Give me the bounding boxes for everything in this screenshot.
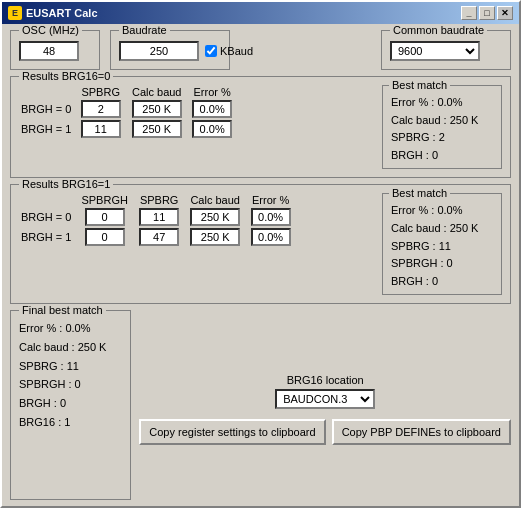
brgh0-calc-1-input[interactable] [132,120,182,138]
brgh0-error-0-input[interactable] [192,100,232,118]
table-row: BRGH = 0 [19,207,295,227]
brgh1-row1-label: BRGH = 1 [19,227,75,247]
brgh1-error-0-input[interactable] [251,208,291,226]
results-brg16-1-label: Results BRG16=1 [19,178,113,190]
bm0-spbrg: SPBRG : 2 [391,129,493,147]
best-match-brg16-0: Best match Error % : 0.0% Calc baud : 25… [382,85,502,169]
final-error: Error % : 0.0% [19,319,122,338]
brgh0-row1-label: BRGH = 1 [19,119,75,139]
final-calc-baud: Calc baud : 250 K [19,338,122,357]
brgh0-row0-calc [126,99,188,119]
brgh0-row0-label: BRGH = 0 [19,99,75,119]
window-title: EUSART Calc [26,7,98,19]
best-match-brg16-0-label: Best match [389,79,450,91]
th-spbrg-1: SPBRG [134,193,185,207]
bm1-spbrg: SPBRG : 11 [391,238,493,256]
best-match-brg16-1-label: Best match [389,187,450,199]
th-error-0: Error % [188,85,237,99]
brgh1-row0-calc [184,207,246,227]
brgh0-row1-error [188,119,237,139]
final-best-match-label: Final best match [19,304,106,316]
bottom-right-area: BRG16 location BAUDCON.3 BAUDCTL.3 BAUD1… [139,310,511,500]
bm1-brgh: BRGH : 0 [391,273,493,291]
table-row: BRGH = 1 [19,227,295,247]
th-spbrg-0: SPBRG [75,85,126,99]
baudrate-input[interactable] [119,41,199,61]
brgh1-row0-label: BRGH = 0 [19,207,75,227]
th-empty-0 [19,85,75,99]
bm1-calc-baud: Calc baud : 250 K [391,220,493,238]
results-brg16-1-table-area: SPBRGH SPBRG Calc baud Error % BRGH = 0 [19,193,374,247]
brgh0-spbrg-0-input[interactable] [81,100,121,118]
brgh1-spbrgh-0-input[interactable] [85,208,125,226]
bm1-spbrgh: SPBRGH : 0 [391,255,493,273]
brgh0-spbrg-1-input[interactable] [81,120,121,138]
brg16-location-group: BRG16 location BAUDCON.3 BAUDCTL.3 BAUD1… [139,374,511,409]
brgh0-row1-calc [126,119,188,139]
brgh0-row0-error [188,99,237,119]
final-brgh: BRGH : 0 [19,394,122,413]
bm0-brgh: BRGH : 0 [391,147,493,165]
copy-register-button[interactable]: Copy register settings to clipboard [139,419,325,445]
top-row: OSC (MHz) Baudrate KBaud Common baudrate… [10,30,511,70]
brgh1-row1-spbrg [134,227,185,247]
results-brg16-1-inner: SPBRGH SPBRG Calc baud Error % BRGH = 0 [19,193,502,295]
kbaud-checkbox[interactable] [205,45,217,57]
final-brg16: BRG16 : 1 [19,413,122,432]
brgh1-row0-error [246,207,295,227]
results-brg16-0-table-area: SPBRG Calc baud Error % BRGH = 0 [19,85,374,139]
brgh1-spbrgh-1-input[interactable] [85,228,125,246]
brgh1-row0-spbrgh [75,207,133,227]
title-buttons: _ □ ✕ [461,6,513,20]
th-spbrgh-1: SPBRGH [75,193,133,207]
brgh1-error-1-input[interactable] [251,228,291,246]
copy-pbp-button[interactable]: Copy PBP DEFINEs to clipboard [332,419,511,445]
table-row: BRGH = 0 [19,99,237,119]
results-brg16-0-table: SPBRG Calc baud Error % BRGH = 0 [19,85,237,139]
th-calc-baud-0: Calc baud [126,85,188,99]
bm1-error: Error % : 0.0% [391,202,493,220]
brgh0-row0-spbrg [75,99,126,119]
bm0-calc-baud: Calc baud : 250 K [391,112,493,130]
bottom-section: Final best match Error % : 0.0% Calc bau… [10,310,511,500]
brg16-location-label: BRG16 location [287,374,364,386]
brgh1-spbrg-0-input[interactable] [139,208,179,226]
brgh1-row0-spbrg [134,207,185,227]
brgh0-row1-spbrg [75,119,126,139]
osc-input[interactable] [19,41,79,61]
common-baudrate-group: Common baudrate 9600 1200 2400 4800 1920… [381,30,511,70]
brgh0-calc-0-input[interactable] [132,100,182,118]
kbaud-checkbox-group: KBaud [205,45,253,57]
minimize-button[interactable]: _ [461,6,477,20]
brgh1-row1-calc [184,227,246,247]
table-row: BRGH = 1 [19,119,237,139]
brgh1-calc-0-input[interactable] [190,208,240,226]
app-icon: E [8,6,22,20]
osc-group-label: OSC (MHz) [19,24,82,36]
final-best-match-section: Final best match Error % : 0.0% Calc bau… [10,310,131,500]
final-best-match-content: Error % : 0.0% Calc baud : 250 K SPBRG :… [19,319,122,431]
title-bar-left: E EUSART Calc [8,6,98,20]
best-match-brg16-1-content: Error % : 0.0% Calc baud : 250 K SPBRG :… [391,202,493,290]
best-match-brg16-1: Best match Error % : 0.0% Calc baud : 25… [382,193,502,295]
brgh1-spbrg-1-input[interactable] [139,228,179,246]
final-spbrgh: SPBRGH : 0 [19,375,122,394]
best-match-brg16-0-content: Error % : 0.0% Calc baud : 250 K SPBRG :… [391,94,493,164]
baudrate-group-label: Baudrate [119,24,170,36]
brgh1-calc-1-input[interactable] [190,228,240,246]
main-window: E EUSART Calc _ □ ✕ OSC (MHz) Baudrate K… [0,0,521,508]
results-brg16-1-section: Results BRG16=1 SPBRGH SPBRG Calc baud E… [10,184,511,304]
th-empty-1 [19,193,75,207]
main-content: OSC (MHz) Baudrate KBaud Common baudrate… [2,24,519,506]
results-brg16-0-section: Results BRG16=0 SPBRG Calc baud Error % [10,76,511,178]
common-baudrate-select[interactable]: 9600 1200 2400 4800 19200 38400 57600 11… [390,41,480,61]
brgh0-error-1-input[interactable] [192,120,232,138]
close-button[interactable]: ✕ [497,6,513,20]
action-buttons: Copy register settings to clipboard Copy… [139,419,511,445]
results-brg16-1-table: SPBRGH SPBRG Calc baud Error % BRGH = 0 [19,193,295,247]
title-bar: E EUSART Calc _ □ ✕ [2,2,519,24]
kbaud-label: KBaud [220,45,253,57]
baudrate-group: Baudrate KBaud [110,30,230,70]
maximize-button[interactable]: □ [479,6,495,20]
brg16-location-select[interactable]: BAUDCON.3 BAUDCTL.3 BAUD1CON.3 [275,389,375,409]
